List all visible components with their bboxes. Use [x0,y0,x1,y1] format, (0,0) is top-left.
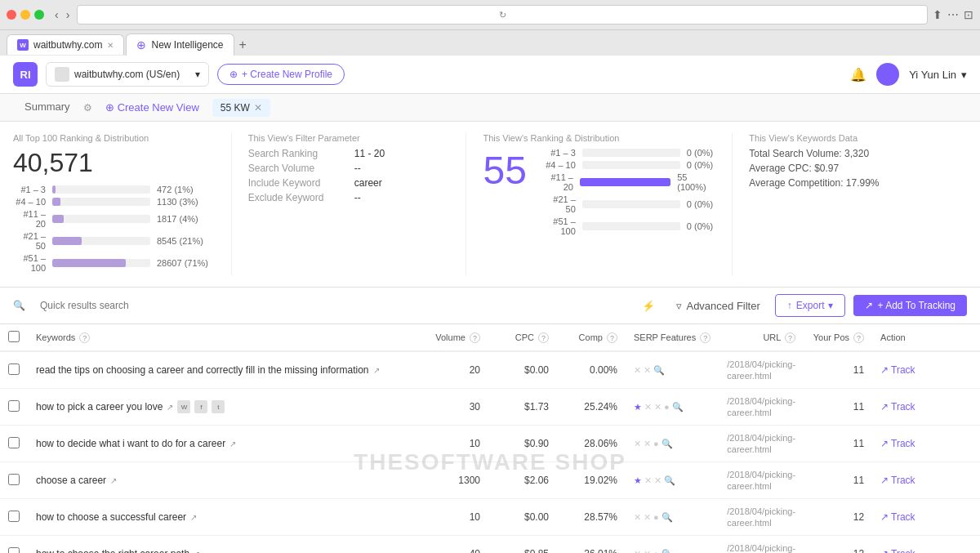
header-left: RI waitbutwhy.com (US/en) ▾ ⊕ + Create N… [13,62,345,87]
toolbar-left: 🔍 [13,296,163,315]
external-link-icon[interactable]: ↗ [167,403,173,412]
row-checkbox[interactable] [8,363,20,375]
track-button[interactable]: ↗ Track [880,511,972,523]
info-icon[interactable]: ? [785,332,795,343]
menu-button[interactable]: ⋯ [947,8,959,21]
row-checkbox[interactable] [8,474,20,485]
x-icon: ✕ [634,549,641,554]
col-header-volume[interactable]: Volume ? [420,324,488,351]
star-icon: ★ [634,475,642,486]
circle-icon: ● [653,549,659,553]
gear-icon[interactable]: ⚙ [83,102,92,114]
mag-icon[interactable]: 🔍 [662,439,673,449]
select-all-checkbox[interactable] [8,331,20,342]
col-header-pos[interactable]: Your Pos ? [804,324,872,351]
filter-icon-btn[interactable]: ⚡ [635,296,662,316]
keyword-icon[interactable]: W [177,400,190,413]
info-icon[interactable]: ? [538,332,549,343]
pos-cell: 12 [804,499,872,536]
bar-track [52,237,150,245]
cpc-cell: $0.00 [488,499,557,536]
col-header-serp[interactable]: SERP Features ? [626,324,719,351]
track-button[interactable]: ↗ Track [880,364,972,376]
external-link-icon[interactable]: ↗ [194,550,200,554]
star-icon: ★ [634,402,642,413]
url-cell: /2018/04/picking-career.html [719,536,804,554]
funnel-icon: ▿ [676,300,682,312]
circle-icon: ● [664,402,670,412]
keyword-text: how to decide what i want to do for a ca… [36,438,225,449]
volume-cell: 10 [420,499,488,536]
keyword-icon[interactable]: t [212,400,225,413]
user-info: Yi Yun Lin ▾ [909,69,967,81]
tab-waitbutwhy[interactable]: W waitbutwhy.com ✕ [7,34,124,55]
advanced-filter-button[interactable]: ▿ Advanced Filter [670,296,766,316]
track-button[interactable]: ↗ Track [880,438,972,449]
info-icon[interactable]: ? [79,332,90,343]
external-link-icon[interactable]: ↗ [373,366,380,375]
keyword-cell: how to pick a career you love ↗ Wft [28,389,420,426]
bar-track [52,215,150,223]
col-header-cpc[interactable]: CPC ? [488,324,557,351]
share-button[interactable]: ⬆ [933,8,942,21]
tracking-label: + Add To Tracking [877,300,956,311]
all-top-section: All Top 100 Ranking & Distribution 40,57… [13,133,232,275]
sidebar-button[interactable]: ⊡ [964,8,973,21]
row-checkbox[interactable] [8,547,20,554]
tab-label-2: New Intelligence [151,39,223,51]
export-label: Export [796,300,825,311]
x-icon-2: ✕ [654,402,662,413]
external-link-icon[interactable]: ↗ [190,513,197,522]
pos-cell: 11 [804,426,872,462]
add-tracking-button[interactable]: ↗ + Add To Tracking [853,295,967,316]
mag-icon[interactable]: 🔍 [672,402,684,413]
forward-button[interactable]: › [64,8,73,21]
external-link-icon[interactable]: ↗ [229,439,236,448]
x-icon-2: ✕ [644,439,651,449]
col-header-url[interactable]: URL ? [719,324,804,351]
bell-icon[interactable]: 🔔 [850,67,866,83]
export-button[interactable]: ↑ Export ▾ [775,294,846,317]
tab-close-icon[interactable]: ✕ [254,102,262,114]
row-checkbox[interactable] [8,437,20,448]
view-bar-row-1: #1 – 3 0 (0%) [543,148,715,158]
row-checkbox[interactable] [8,400,20,412]
track-button[interactable]: ↗ Track [880,548,972,553]
action-cell: ↗ Track [872,536,980,554]
close-dot[interactable] [7,10,16,20]
new-tab-button[interactable]: + [236,38,250,52]
tab-summary[interactable]: Summary [13,94,82,121]
tab-55kw[interactable]: 55 KW ✕ [212,99,270,117]
x-icon: ✕ [634,512,641,523]
info-icon[interactable]: ? [607,332,617,343]
mag-icon[interactable]: 🔍 [662,549,673,554]
mag-icon[interactable]: 🔍 [653,365,665,376]
back-button[interactable]: ‹ [52,8,61,21]
keywords-table: Keywords ? Volume ? CPC ? Comp ? SERP Fe… [0,324,980,553]
col-header-comp[interactable]: Comp ? [557,324,626,351]
minimize-dot[interactable] [20,10,30,20]
keyword-text: how to pick a career you love [36,401,163,413]
tab-close[interactable]: ✕ [107,41,114,50]
search-input[interactable] [32,296,163,315]
info-icon[interactable]: ? [700,332,710,343]
info-icon[interactable]: ? [853,332,864,343]
row-checkbox[interactable] [8,511,20,522]
track-button[interactable]: ↗ Track [880,475,972,486]
create-profile-button[interactable]: ⊕ + Create New Profile [217,64,345,85]
create-new-view[interactable]: ⊕ Create New View [94,95,211,120]
keyword-icon[interactable]: f [194,400,207,413]
maximize-dot[interactable] [34,10,44,20]
table-container[interactable]: Keywords ? Volume ? CPC ? Comp ? SERP Fe… [0,324,980,553]
mag-icon[interactable]: 🔍 [662,512,673,523]
track-button[interactable]: ↗ Track [880,401,972,413]
profile-selector[interactable]: waitbutwhy.com (US/en) ▾ [46,62,209,87]
tab-intelligence[interactable]: ⊕ New Intelligence [126,33,234,56]
address-bar[interactable]: ↻ [77,5,928,25]
external-link-icon[interactable]: ↗ [110,476,117,485]
x-icon-2: ✕ [644,512,651,523]
action-cell: ↗ Track [872,426,980,462]
mag-icon[interactable]: 🔍 [664,475,675,486]
comp-cell: 0.00% [557,351,626,389]
info-icon[interactable]: ? [470,332,480,343]
